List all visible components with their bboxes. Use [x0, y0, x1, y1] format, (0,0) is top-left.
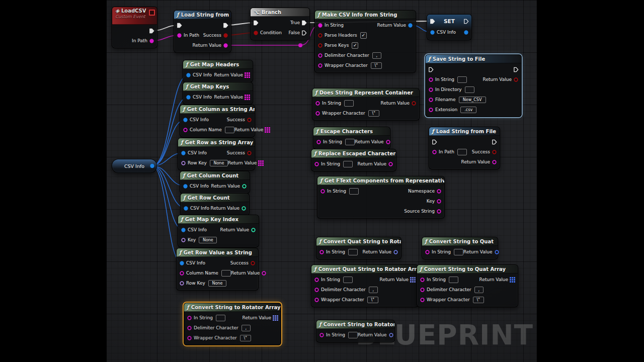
does-string-represent-container-node[interactable]: ƒDoes String Represent ContainerIn Strin… [312, 88, 420, 121]
node-header[interactable]: ƒSave String to File [426, 55, 521, 63]
return-value-pin[interactable] [388, 332, 394, 338]
in-string-field[interactable] [457, 76, 467, 83]
wrapper-character-field[interactable]: \" [368, 110, 379, 117]
row-key-pin[interactable] [179, 281, 185, 286]
return-value-pin[interactable] [385, 139, 391, 145]
key-pin[interactable] [436, 199, 442, 204]
key-pin[interactable] [181, 237, 186, 243]
node-header[interactable]: ƒEscape Characters [313, 127, 390, 136]
delimiter-character-field[interactable]: , [474, 287, 484, 293]
convert-string-to-quat-node[interactable]: ƒConvert String to QuatIn StringReturn V… [422, 237, 498, 259]
node-header[interactable]: ƒConvert String to Rotator Array [184, 303, 281, 312]
in-path-pin[interactable] [149, 38, 154, 44]
node-header[interactable]: ƒGet Row Count [181, 194, 249, 202]
load-string-from-file-1-node[interactable]: ƒLoad String from FileIn PathSuccessRetu… [174, 10, 231, 53]
csv-info-pin[interactable] [181, 227, 186, 233]
return-value-pin[interactable] [510, 277, 515, 283]
wrapper-character-field[interactable]: \" [371, 62, 382, 69]
get-map-headers-node[interactable]: ƒGet Map HeadersCSV InfoReturn Value [183, 60, 253, 82]
csv-info-pin[interactable] [183, 117, 188, 123]
in-string-pin[interactable] [317, 23, 323, 28]
csv-info-pin[interactable] [183, 206, 189, 211]
true-pin[interactable] [301, 20, 307, 26]
in-string-pin[interactable] [314, 277, 319, 283]
convert-string-to-rotator-node[interactable]: ƒConvert String to RotatorIn StringRetur… [316, 320, 395, 342]
set-csv-info-node[interactable]: SETCSV Info [427, 14, 472, 40]
return-value-pin[interactable] [241, 206, 247, 211]
node-header[interactable]: ƒConvert Quat String to Rotator [316, 237, 401, 246]
false-pin[interactable] [301, 30, 307, 36]
in-string-field[interactable] [348, 249, 358, 255]
node-header[interactable]: ƒLoad String from File [429, 127, 500, 136]
csv-info-pin[interactable] [430, 30, 435, 35]
replace-escaped-characters-node[interactable]: ƒReplace Escaped CharactersIn StringRetu… [311, 149, 396, 171]
node-header[interactable]: ƒConvert String to Quat Array [417, 265, 518, 274]
in-string-pin[interactable] [187, 315, 192, 321]
extension-field[interactable]: .csv [460, 107, 476, 113]
get-column-as-string-array-node[interactable]: ƒGet Column as String ArrayCSV InfoSucce… [180, 105, 255, 137]
exec-in-pin[interactable] [428, 67, 434, 72]
csv-info-out-pin[interactable] [463, 30, 469, 35]
node-header[interactable]: ◈ LoadCSVCustom Event [112, 7, 157, 25]
in-string-field[interactable] [343, 277, 353, 283]
exec-in-pin[interactable] [430, 19, 435, 24]
in-path-field[interactable] [457, 149, 467, 155]
loadcsv-event-node[interactable]: ◈ LoadCSVCustom EventIn Path [112, 7, 157, 48]
return-value-pin[interactable] [245, 72, 250, 78]
key-field[interactable]: None [199, 237, 217, 243]
exec-in-pin[interactable] [253, 20, 259, 26]
csv-info-pin[interactable] [186, 95, 191, 100]
column-name-pin[interactable] [179, 270, 185, 276]
filename-pin[interactable] [428, 97, 434, 103]
get-row-count-node[interactable]: ƒGet Row CountCSV InfoReturn Value [180, 193, 250, 216]
node-header[interactable]: ƒConvert String to Rotator [316, 320, 394, 329]
get-map-keys-node[interactable]: ƒGet Map KeysCSV InfoReturn Value [183, 82, 253, 105]
get-row-value-as-string-node[interactable]: ƒGet Row Value as StringCSV InfoSuccessC… [176, 248, 259, 291]
node-header[interactable]: ƒLoad String from File [174, 11, 231, 19]
load-string-from-file-2-node[interactable]: ƒLoad String from FileIn PathSuccessRetu… [429, 127, 500, 169]
return-value-pin[interactable] [408, 23, 413, 28]
wrapper-character-pin[interactable] [187, 335, 192, 341]
node-header[interactable]: ƒGet Row as String Array [178, 138, 255, 147]
delimiter-character-pin[interactable] [187, 325, 192, 331]
namespace-pin[interactable] [436, 189, 442, 194]
get-row-as-string-array-node[interactable]: ƒGet Row as String ArrayCSV InfoSuccessR… [178, 138, 255, 170]
reroute-node[interactable] [298, 43, 302, 47]
branch-node[interactable]: ⌥BranchTrueConditionFalse [250, 8, 310, 40]
node-header[interactable]: ƒGet Map Keys [183, 82, 253, 91]
parse-headers-checkbox[interactable]: ✓ [360, 32, 367, 39]
source-string-pin[interactable] [436, 209, 442, 214]
node-header[interactable]: ƒGet Column Count [180, 171, 250, 180]
filename-field[interactable]: New_CSV [459, 97, 486, 103]
return-value-pin[interactable] [410, 277, 416, 283]
return-value-pin[interactable] [494, 249, 500, 255]
column-name-field[interactable] [221, 270, 231, 277]
delimiter-character-pin[interactable] [314, 287, 319, 293]
return-value-pin[interactable] [242, 184, 247, 189]
in-string-field[interactable] [454, 249, 463, 255]
get-ftext-components-node[interactable]: ƒGet FText Components from Representativ… [317, 176, 445, 219]
get-map-key-index-node[interactable]: ƒGet Map Key IndexCSV InfoReturn ValueKe… [178, 215, 259, 247]
return-value-pin[interactable] [513, 77, 519, 82]
delimiter-character-pin[interactable] [317, 53, 323, 58]
in-string-field[interactable] [345, 139, 355, 145]
row-key-field[interactable]: None [210, 160, 228, 166]
parse-keys-checkbox[interactable]: ✓ [352, 42, 358, 49]
in-path-pin[interactable] [177, 33, 182, 38]
in-string-pin[interactable] [315, 101, 320, 106]
save-string-to-file-node[interactable]: ƒSave String to FileIn StringReturn Valu… [425, 54, 522, 117]
wrapper-character-pin[interactable] [314, 297, 319, 303]
success-pin[interactable] [250, 260, 256, 266]
wrapper-character-pin[interactable] [317, 63, 323, 68]
return-value-pin[interactable] [411, 101, 417, 106]
exec-out-pin[interactable] [492, 139, 497, 145]
parse-headers-pin[interactable] [317, 33, 323, 38]
convert-quat-string-to-rotator-array-node[interactable]: ƒConvert Quat String to Rotator ArrayIn … [311, 264, 419, 307]
node-header[interactable]: ƒMake CSV Info from String [315, 11, 416, 19]
csv-info-pin[interactable] [183, 184, 188, 189]
success-pin[interactable] [492, 149, 497, 155]
delimiter-character-field[interactable]: , [242, 325, 251, 331]
in-directory-pin[interactable] [428, 87, 434, 93]
delimiter-character-pin[interactable] [420, 287, 425, 293]
in-string-field[interactable] [344, 100, 354, 107]
